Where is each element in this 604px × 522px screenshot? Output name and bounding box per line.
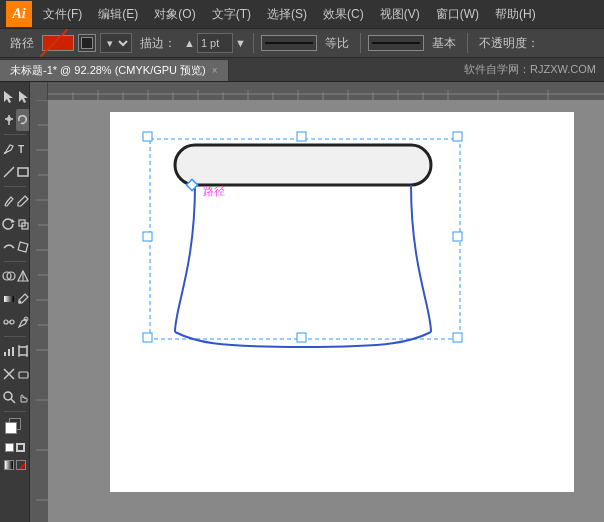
svg-text:T: T xyxy=(18,144,24,155)
svg-point-34 xyxy=(4,392,12,400)
svg-marker-1 xyxy=(19,91,28,103)
menu-type[interactable]: 文字(T) xyxy=(205,4,258,25)
gradient-none-row xyxy=(3,458,27,472)
tool-divider-5 xyxy=(4,411,26,412)
slice-btn[interactable] xyxy=(2,363,16,385)
menu-select[interactable]: 选择(S) xyxy=(260,4,314,25)
hand-btn[interactable] xyxy=(16,386,30,408)
brush-pencil-row xyxy=(2,190,28,212)
perspective-grid-btn[interactable] xyxy=(16,265,30,287)
stroke-size-label: 描边： xyxy=(136,35,180,52)
toolbar-divider-3 xyxy=(467,33,468,53)
stroke-down-btn[interactable]: ▼ xyxy=(235,37,246,49)
eraser-btn[interactable] xyxy=(16,363,30,385)
line-tool-btn[interactable] xyxy=(2,161,16,183)
anchor-bottom-right[interactable] xyxy=(453,333,462,342)
warp-row xyxy=(2,236,28,258)
gradient-btn[interactable] xyxy=(2,288,16,310)
line-shape-row xyxy=(2,161,28,183)
fill-swatch[interactable] xyxy=(78,34,96,52)
toolbox: T xyxy=(0,82,30,522)
pencil-btn[interactable] xyxy=(16,190,30,212)
menu-view[interactable]: 视图(V) xyxy=(373,4,427,25)
graph-row xyxy=(2,340,28,362)
wand-lasso-row xyxy=(2,109,28,131)
svg-line-35 xyxy=(11,399,15,403)
stroke-style-preview[interactable] xyxy=(368,35,424,51)
stroke-line-preview[interactable] xyxy=(261,35,317,51)
svg-point-20 xyxy=(10,320,14,324)
anchor-bottom-left[interactable] xyxy=(143,333,152,342)
warp-btn[interactable] xyxy=(2,236,16,258)
magic-wand-btn[interactable] xyxy=(2,109,16,131)
zoom-btn[interactable] xyxy=(2,386,16,408)
scale-btn[interactable] xyxy=(16,213,30,235)
document-tab[interactable]: 未标题-1* @ 92.28% (CMYK/GPU 预览) × xyxy=(0,59,229,81)
rect-tool-btn[interactable] xyxy=(16,161,30,183)
stroke-color-swatch[interactable] xyxy=(42,35,74,51)
anchor-top-center[interactable] xyxy=(297,132,306,141)
anchor-bottom-center[interactable] xyxy=(297,333,306,342)
svg-rect-12 xyxy=(18,242,28,252)
artboard-btn[interactable] xyxy=(16,340,30,362)
gradient-swatch[interactable] xyxy=(4,460,14,470)
stroke-type-select[interactable]: ▾ xyxy=(100,33,132,53)
rotate-btn[interactable] xyxy=(2,213,16,235)
selection-tool-btn[interactable] xyxy=(2,86,16,108)
anchor-mid-left[interactable] xyxy=(143,232,152,241)
rotate-row xyxy=(2,213,28,235)
eyedropper-btn[interactable] xyxy=(16,288,30,310)
graph-btn[interactable] xyxy=(2,340,16,362)
svg-point-5 xyxy=(4,152,6,154)
anchor-mid-right[interactable] xyxy=(453,232,462,241)
tab-bar: 未标题-1* @ 92.28% (CMYK/GPU 预览) × 软件自学网：RJ… xyxy=(0,58,604,82)
direct-selection-tool-btn[interactable] xyxy=(16,86,30,108)
pen-row: T xyxy=(2,138,28,160)
tool-divider-1 xyxy=(4,134,26,135)
menu-file[interactable]: 文件(F) xyxy=(36,4,89,25)
menu-object[interactable]: 对象(O) xyxy=(147,4,202,25)
pen-tool-btn[interactable] xyxy=(2,138,16,160)
menu-effect[interactable]: 效果(C) xyxy=(316,4,371,25)
slice-row xyxy=(2,363,28,385)
toolbar: 路径 ▾ 描边： ▲ ▼ 等比 基本 不透明度： xyxy=(0,28,604,58)
menu-edit[interactable]: 编辑(E) xyxy=(91,4,145,25)
opacity-label: 不透明度： xyxy=(475,35,543,52)
tab-close-btn[interactable]: × xyxy=(212,65,218,76)
svg-rect-36 xyxy=(48,82,604,100)
stroke-value-input[interactable] xyxy=(197,33,233,53)
svg-rect-25 xyxy=(12,347,14,356)
app-logo: Ai xyxy=(6,1,32,27)
shape-svg: 路径 xyxy=(135,137,475,347)
blend-btn[interactable] xyxy=(2,311,16,333)
shape-builder-btn[interactable] xyxy=(2,265,16,287)
svg-rect-33 xyxy=(19,372,28,378)
lasso-btn[interactable] xyxy=(16,109,30,131)
equal-label: 等比 xyxy=(321,35,353,52)
svg-rect-56 xyxy=(30,100,48,522)
svg-rect-23 xyxy=(4,352,6,356)
none-swatch[interactable] xyxy=(16,460,26,470)
svg-rect-24 xyxy=(8,349,10,356)
right-curve xyxy=(411,185,431,332)
anchor-top-right[interactable] xyxy=(453,132,462,141)
menu-help[interactable]: 帮助(H) xyxy=(488,4,543,25)
basic-label: 基本 xyxy=(428,35,460,52)
left-curve xyxy=(175,185,195,332)
symbol-sprayer-btn[interactable] xyxy=(16,311,30,333)
paintbrush-btn[interactable] xyxy=(2,190,16,212)
anchor-top-left[interactable] xyxy=(143,132,152,141)
stroke-up-btn[interactable]: ▲ xyxy=(184,37,195,49)
svg-rect-26 xyxy=(19,347,27,355)
canvas-area[interactable]: 路径 xyxy=(30,82,604,522)
fill-stroke-indicator[interactable] xyxy=(3,439,27,455)
menu-window[interactable]: 窗口(W) xyxy=(429,4,486,25)
ruler-left xyxy=(30,82,48,522)
color-swatches[interactable] xyxy=(3,416,27,436)
tool-divider-2 xyxy=(4,186,26,187)
type-tool-btn[interactable]: T xyxy=(16,138,30,160)
free-transform-btn[interactable] xyxy=(16,236,30,258)
menu-bar: 文件(F) 编辑(E) 对象(O) 文字(T) 选择(S) 效果(C) 视图(V… xyxy=(36,4,598,25)
svg-point-19 xyxy=(4,320,8,324)
title-bar: Ai 文件(F) 编辑(E) 对象(O) 文字(T) 选择(S) 效果(C) 视… xyxy=(0,0,604,28)
